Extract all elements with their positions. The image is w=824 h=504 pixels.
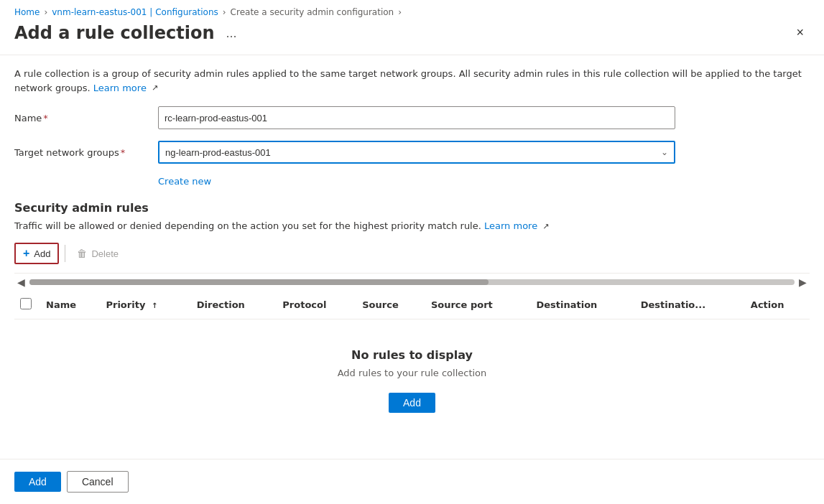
breadcrumb: Home › vnm-learn-eastus-001 | Configurat…	[0, 0, 824, 23]
delete-button[interactable]: 🗑 Delete	[71, 245, 124, 262]
panel-title: Add a rule collection	[14, 23, 215, 43]
traffic-ext-link-icon: ↗	[542, 222, 549, 231]
empty-state: No rules to display Add rules to your ru…	[14, 319, 810, 442]
empty-title: No rules to display	[29, 348, 795, 362]
add-rule-button[interactable]: + Add	[14, 243, 59, 264]
target-label: Target network groups*	[14, 147, 158, 158]
target-network-groups-row: Target network groups* ng-learn-prod-eas…	[14, 141, 810, 164]
select-all-checkbox[interactable]	[20, 298, 32, 309]
col-header-protocol: Protocol	[277, 291, 356, 319]
trash-icon: 🗑	[77, 248, 87, 259]
section-title: Security admin rules	[0, 201, 824, 220]
add-button-label: Add	[34, 248, 50, 259]
ellipsis-button[interactable]: ...	[222, 24, 241, 42]
target-network-groups-dropdown[interactable]: ng-learn-prod-eastus-001	[158, 141, 675, 164]
name-label: Name*	[14, 113, 158, 123]
traffic-learn-more-link[interactable]: Learn more	[484, 220, 537, 231]
col-header-destination: Destination	[530, 291, 634, 319]
rules-toolbar: + Add 🗑 Delete	[0, 243, 824, 273]
rules-table-container: ◀ ▶ Name Priority ↑ Direction Protocol S…	[14, 273, 810, 442]
create-new-link[interactable]: Create new	[158, 176, 211, 187]
footer-cancel-button[interactable]: Cancel	[67, 471, 129, 493]
scroll-thumb	[29, 279, 489, 285]
footer-add-button[interactable]: Add	[14, 472, 61, 492]
sort-arrow-icon: ↑	[152, 302, 157, 309]
horizontal-scrollbar[interactable]: ◀ ▶	[14, 274, 810, 291]
breadcrumb-vnm[interactable]: vnm-learn-eastus-001 | Configurations	[52, 7, 218, 17]
col-header-priority[interactable]: Priority ↑	[100, 291, 190, 319]
table-header: Name Priority ↑ Direction Protocol Sourc…	[14, 291, 810, 319]
close-button[interactable]: ×	[790, 23, 810, 42]
empty-add-button[interactable]: Add	[389, 393, 435, 413]
form-section: Name* Target network groups* ng-learn-pr…	[0, 106, 824, 201]
description-block: A rule collection is a group of security…	[0, 67, 824, 106]
ext-link-icon: ↗	[152, 83, 158, 95]
toolbar-separator	[65, 245, 65, 262]
col-header-direction: Direction	[191, 291, 277, 319]
header-divider	[0, 55, 824, 55]
panel-header: Add a rule collection ... ×	[0, 23, 824, 55]
col-header-source-port: Source port	[425, 291, 531, 319]
breadcrumb-home[interactable]: Home	[14, 7, 40, 17]
scroll-right-button[interactable]: ▶	[796, 274, 810, 291]
name-row: Name*	[14, 106, 810, 129]
col-header-name: Name	[40, 291, 100, 319]
header-checkbox-col	[14, 291, 40, 319]
col-header-action: Action	[745, 291, 810, 319]
breadcrumb-current: Create a security admin configuration	[231, 7, 394, 17]
scroll-left-button[interactable]: ◀	[14, 274, 28, 291]
delete-button-label: Delete	[91, 248, 119, 259]
footer: Add Cancel	[0, 459, 824, 504]
rules-table: Name Priority ↑ Direction Protocol Sourc…	[14, 291, 810, 319]
description-learn-more-link[interactable]: Learn more	[93, 83, 147, 93]
scroll-track	[29, 279, 795, 285]
plus-icon: +	[23, 247, 29, 260]
empty-description: Add rules to your rule collection	[29, 368, 795, 378]
traffic-description: Traffic will be allowed or denied depend…	[0, 220, 824, 243]
name-input[interactable]	[158, 106, 675, 129]
col-header-destination-port: Destinatio...	[635, 291, 745, 319]
col-header-source: Source	[356, 291, 425, 319]
